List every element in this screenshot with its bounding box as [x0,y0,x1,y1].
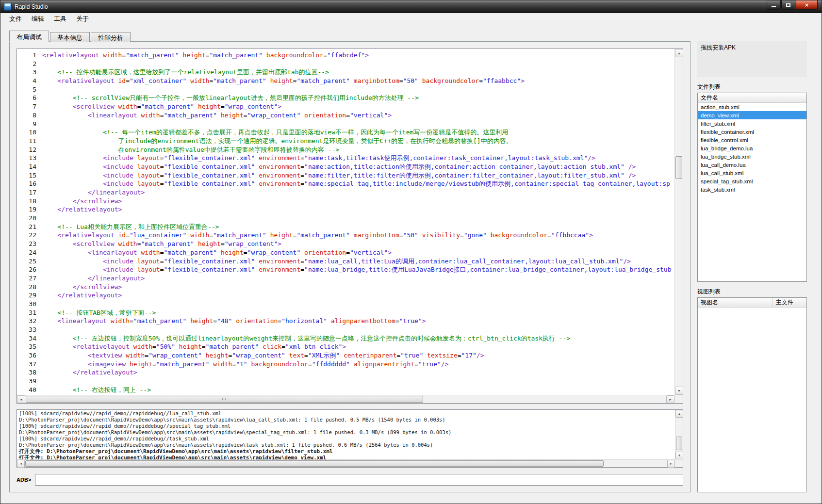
log-horizontal-scrollbar[interactable]: ◄ ► [17,459,675,467]
line-number: 20 [17,214,42,223]
sidebar: 拖拽安装APK 文件列表 文件名 action_stub.xmldemo_vie… [697,41,807,492]
tab-layout-debug[interactable]: 布局调试 [9,31,49,42]
line-number: 17 [17,188,42,197]
main-file-column-header[interactable]: 主文件 [773,298,806,307]
line-number: 27 [17,274,42,283]
line-number: 36 [17,351,42,360]
editor-horizontal-scrollbar[interactable]: ◄ ► [17,395,674,403]
file-item-lua_bridge_demo.lua[interactable]: lua_bridge_demo.lua [698,144,806,152]
log-hscroll-thumb[interactable] [25,460,604,467]
app-window: Rapid Studio × 文件编辑工具关于 布局调试基本信息性能分析 1<r… [0,0,822,504]
code-lines: 1<relativelayout width="match_parent" he… [17,51,674,394]
file-item-flexible_container.xml[interactable]: flexible_container.xml [698,128,806,136]
adb-command-input[interactable] [35,474,683,486]
line-number: 4 [17,77,42,85]
maximize-button[interactable] [781,0,795,10]
line-number: 37 [17,360,42,369]
menu-item-about[interactable]: 关于 [71,13,94,25]
line-number: 26 [17,265,42,274]
file-list-header-row[interactable]: 文件名 [698,93,806,103]
code-line: 34 <!-- 左边按钮，控制宽度50%，也可以通过linearlayout的w… [17,334,674,343]
code-line: 23 <scrollview width="match_parent" heig… [17,240,674,248]
editor-vscroll-track[interactable] [675,57,683,387]
editor-vscroll-thumb[interactable] [675,156,682,179]
tab-performance[interactable]: 性能分析 [91,32,131,42]
scroll-right-arrow-icon[interactable]: ► [666,395,674,403]
code-line: 14 <include layout="flexible_container.x… [17,163,674,171]
line-number: 8 [17,111,42,120]
code-line: 21 <!-- Lua相关能力展示区，和上面控件区域位置重合--> [17,223,674,231]
line-number: 22 [17,231,42,240]
file-item-flexible_control.xml[interactable]: flexible_control.xml [698,136,806,144]
view-list: 视图名 主文件 [697,297,807,492]
code-line: 3 <!-- 控件功能展示区域，这里给放到了一个relativelayout里面… [17,68,674,77]
editor-hscroll-track[interactable] [25,395,666,403]
code-line: 37 <imageview height="match_parent" widt… [17,360,674,369]
log-vertical-scrollbar[interactable]: ▲ ▼ [675,410,683,459]
log-line: [100%] sdcard/rapidview//rapid_demo//rap… [19,410,675,417]
code-line: 20 [17,214,674,223]
scroll-left-arrow-icon[interactable]: ◄ [17,460,25,468]
line-number: 32 [17,317,42,325]
file-item-special_tag_stub.xml[interactable]: special_tag_stub.xml [698,177,806,185]
line-number: 11 [17,137,42,146]
file-item-lua_bridge_stub.xml[interactable]: lua_bridge_stub.xml [698,152,806,161]
code-line: 2 [17,60,674,68]
scroll-up-arrow-icon[interactable]: ▲ [675,49,683,57]
scroll-right-arrow-icon[interactable]: ► [667,460,675,468]
editor-vertical-scrollbar[interactable]: ▲ ▼ [674,49,683,395]
code-line: 33 [17,325,674,334]
scroll-down-arrow-icon[interactable]: ▼ [675,387,683,395]
line-number: 2 [17,60,42,68]
line-number: 19 [17,205,42,214]
line-number: 38 [17,368,42,377]
tab-basic-info[interactable]: 基本信息 [50,32,90,42]
code-line: 31 <!-- 按钮TAB区域，常驻下面--> [17,309,674,317]
menu-item-file[interactable]: 文件 [4,13,27,25]
file-item-task_stub.xml[interactable]: task_stub.xml [698,185,806,194]
file-item-action_stub.xml[interactable]: action_stub.xml [698,103,806,111]
log-vscroll-track[interactable] [675,418,683,452]
line-number: 23 [17,240,42,248]
file-item-lua_call_demo.lua[interactable]: lua_call_demo.lua [698,161,806,169]
apk-drop-zone[interactable]: 拖拽安装APK [697,41,807,77]
scroll-up-arrow-icon[interactable]: ▲ [675,410,683,418]
menu-item-edit[interactable]: 编辑 [27,13,49,25]
file-item-filter_stub.xml[interactable]: filter_stub.xml [698,119,806,128]
log-output: [100%] sdcard/rapidview//rapid_demo//rap… [16,409,683,468]
view-name-column-header[interactable]: 视图名 [698,298,773,307]
code-editor[interactable]: 1<relativelayout width="match_parent" he… [16,49,683,404]
file-name-column-header[interactable]: 文件名 [698,93,806,102]
code-line: 9 [17,120,674,129]
code-line: 13 <include layout="flexible_container.x… [17,154,674,163]
code-line: 10 <!-- 每一个item的逻辑都差不多，点击展开，再点击收起，只是里面的落… [17,128,674,137]
code-line: 8 <linearlayout width="match_parent" hei… [17,111,674,120]
close-button[interactable]: × [796,0,818,10]
code-line: 4 <relativelayout id="xml_container" wid… [17,77,674,85]
line-number: 12 [17,146,42,154]
minimize-button[interactable] [767,0,781,10]
line-number: 5 [17,85,42,94]
editor-hscroll-thumb[interactable] [26,396,423,403]
scroll-left-arrow-icon[interactable]: ◄ [17,395,25,403]
log-vscroll-thumb[interactable] [676,437,682,450]
scrollbar-corner [675,459,683,467]
menu-item-tools[interactable]: 工具 [49,13,71,25]
log-hscroll-track[interactable] [25,460,667,467]
file-list-title: 文件列表 [697,83,807,91]
line-number: 3 [17,68,42,77]
code-line: 35 <relativelayout width="50%" height="m… [17,342,674,351]
code-line: 5 [17,85,674,94]
code-view[interactable]: 1<relativelayout width="match_parent" he… [17,49,674,395]
log-line: [100%] sdcard/rapidview//rapid_demo//rap… [19,423,675,429]
view-list-header-row[interactable]: 视图名 主文件 [698,298,806,308]
title-bar[interactable]: Rapid Studio [0,0,822,13]
code-line: 32 <linearlayout width="match_parent" he… [17,317,674,325]
line-number: 6 [17,94,42,102]
scroll-down-arrow-icon[interactable]: ▼ [675,452,683,459]
file-item-lua_call_stub.xml[interactable]: lua_call_stub.xml [698,169,806,177]
line-number: 31 [17,309,42,317]
code-line: 1<relativelayout width="match_parent" he… [17,51,674,60]
code-line: 19 </relativelayout> [17,205,674,214]
file-item-demo_view.xml[interactable]: demo_view.xml [698,111,806,119]
